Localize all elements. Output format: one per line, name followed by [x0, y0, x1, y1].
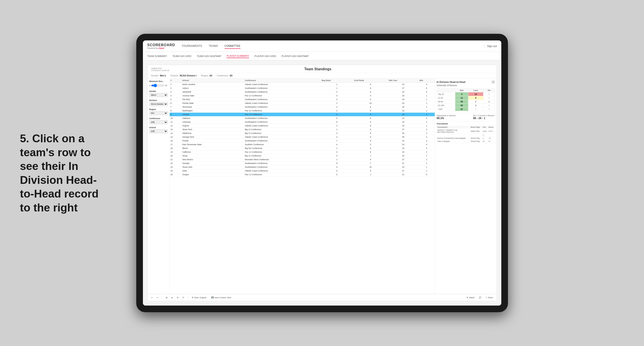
- table-row[interactable]: 10 Alabama Southeastern Conference 5 8 2…: [170, 116, 435, 120]
- sub-nav-team-h2h-heatmap[interactable]: TEAM H2H HEATMAP: [197, 54, 221, 58]
- zoom-button[interactable]: ⊕: [170, 296, 174, 299]
- annotation-text: 5. Click on a team's row to see their In…: [20, 132, 108, 214]
- clock-button[interactable]: ⏱: [181, 296, 186, 299]
- h2h-close-button[interactable]: ✕: [491, 80, 495, 84]
- cell-num: 13: [170, 128, 182, 132]
- conference-select[interactable]: (All): [149, 120, 168, 124]
- table-row[interactable]: 4 Arizona State Pac-12 Conference 4 9 26…: [170, 94, 435, 98]
- redo-button[interactable]: ↪: [155, 296, 160, 299]
- filters-row: Gender: Men's Division: NCAA Division I …: [148, 73, 497, 78]
- cell-num: 12: [170, 124, 182, 128]
- opponents-label: Opponents in division:: [437, 114, 456, 117]
- region-select[interactable]: N/A All: [149, 111, 168, 115]
- crop-button[interactable]: ⊞: [164, 296, 169, 299]
- table-row[interactable]: 9 Arizona Pac-12 Conference 5 8 24 1: [170, 113, 435, 116]
- col-conference: Conference: [244, 78, 321, 83]
- cell-conference: Southeastern Conference: [244, 116, 321, 120]
- conference-label: Conference:: [216, 74, 228, 77]
- table-row[interactable]: 11 Arkansas Southeastern Conference 6 8 …: [170, 120, 435, 124]
- col-num: #: [170, 78, 182, 83]
- table-row[interactable]: 5 Ole Miss Southeastern Conference 3 6 1…: [170, 98, 435, 101]
- table-row[interactable]: 6 Florida State Atlantic Coast Conferenc…: [170, 101, 435, 105]
- table-row[interactable]: 13 Texas Tech Big 12 Conference 1 9 27 2: [170, 128, 435, 132]
- cell-conference: Atlantic Coast Conference: [244, 124, 321, 128]
- cell-reg-rank: 1: [320, 86, 353, 90]
- cell-win: 5: [418, 90, 434, 94]
- table-row[interactable]: 19 California Pac-12 Conference 4 8 24 2: [170, 150, 435, 154]
- table-row[interactable]: 8 Washington Pac-12 Conference 2 8 23 1: [170, 109, 435, 113]
- school-select[interactable]: (All): [149, 129, 168, 133]
- table-row[interactable]: 7 Tennessee Southeastern Conference 4 6 …: [170, 105, 435, 109]
- cell-win: 6: [418, 86, 434, 90]
- table-row[interactable]: 18 Illinois Big Ten Conference 1 9 23 3: [170, 147, 435, 150]
- cell-num: 24: [170, 169, 182, 173]
- tournament-row-1: Jackson T. Stephens CupMen's Match-Play …: [437, 129, 495, 134]
- cell-rds: 24: [388, 124, 418, 128]
- cell-conference: Pac-12 Conference: [244, 94, 321, 98]
- cell-rds: 26: [388, 132, 418, 135]
- cell-num: 20: [170, 154, 182, 158]
- table-row[interactable]: 12 Virginia Atlantic Coast Conference 3 …: [170, 124, 435, 128]
- table-row[interactable]: 3 Vanderbilt Southeastern Conference 2 8…: [170, 90, 435, 94]
- sign-out-btn[interactable]: Sign out: [484, 45, 497, 48]
- col-school: School: [182, 78, 244, 83]
- table-row[interactable]: 21 New Mexico Mountain West Conference 1…: [170, 158, 435, 162]
- sub-nav-team-h2h-grid[interactable]: TEAM H2H GRID: [172, 54, 191, 58]
- h2h-label-top10: Top 10: [437, 92, 455, 96]
- settings-button[interactable]: ⚙: [176, 296, 180, 299]
- min-rounds-slider[interactable]: [151, 83, 164, 88]
- share-button[interactable]: ⤴ Share: [484, 296, 494, 299]
- cell-conf-rank: 8: [353, 116, 388, 120]
- save-icon: 💾: [211, 297, 214, 299]
- h2h-grid-table: Win Loss Tie Top 10 3: [437, 88, 495, 111]
- cell-school: Vanderbilt: [182, 90, 244, 94]
- undo-button[interactable]: ↩: [150, 296, 154, 299]
- table-row[interactable]: 1 North Carolina Atlantic Coast Conferen…: [170, 83, 435, 86]
- sub-nav-player-summary[interactable]: PLAYER SUMMARY: [226, 54, 249, 58]
- comment-button[interactable]: 💬: [478, 296, 483, 299]
- nav-committee[interactable]: COMMITTEE: [224, 43, 240, 49]
- cell-rds: 24: [388, 113, 418, 116]
- table-row[interactable]: 2 Auburn Southeastern Conference 1 9 27 …: [170, 86, 435, 90]
- top-nav: SCOREBOARD Powered by clippd TOURNAMENTS…: [143, 40, 501, 52]
- cell-school: Florida State: [182, 101, 244, 105]
- h2h-tie-51100: 0: [484, 104, 495, 107]
- tournament-row-2: 1: [437, 134, 495, 137]
- tournament-score-3: -17: [488, 137, 495, 140]
- nav-tournaments[interactable]: TOURNAMENTS: [182, 43, 202, 49]
- cell-win: 1: [418, 162, 434, 165]
- cell-conference: Atlantic Coast Conference: [244, 169, 321, 173]
- cell-reg-rank: 5: [320, 169, 353, 173]
- cell-conf-rank: 8: [353, 113, 388, 116]
- cell-conf-rank: 9: [353, 158, 388, 162]
- sub-nav-player-h2h-heatmap[interactable]: PLAYER H2H HEATMAP: [282, 54, 308, 58]
- table-row[interactable]: 17 East Tennessee State Southern Confere…: [170, 143, 435, 147]
- nav-teams[interactable]: TEAMS: [209, 43, 218, 49]
- wlt-value: 86 - 26 - 1: [473, 117, 495, 120]
- table-row[interactable]: 22 Georgia Southeastern Conference 8 7 2…: [170, 162, 435, 165]
- division-select[interactable]: NCAA Division I NCAA Division II NAIA: [149, 102, 168, 106]
- save-custom-view-button[interactable]: 💾 Save Custom View: [210, 296, 232, 299]
- gender-select[interactable]: Men's Women's: [149, 93, 168, 97]
- table-row[interactable]: 15 Georgia Tech Atlantic Coast Conferenc…: [170, 135, 435, 139]
- table-row[interactable]: 16 Florida Southeastern Conference 7 9 2…: [170, 139, 435, 143]
- cell-conference: Mountain West Conference: [244, 158, 321, 162]
- sub-nav-team-summary[interactable]: TEAM SUMMARY: [147, 54, 167, 58]
- tournament-pos-1: Loss: [482, 129, 488, 134]
- cell-rds: 23: [388, 147, 418, 150]
- tournament-score-1: 2-3-0: [488, 129, 495, 134]
- gender-value: Men's: [160, 74, 166, 77]
- view-original-button[interactable]: 👁 View: Original: [190, 296, 208, 299]
- table-row[interactable]: 24 Duke Atlantic Coast Conference 5 9 27…: [170, 169, 435, 173]
- cell-reg-rank: 2: [320, 101, 353, 105]
- logo-title: SCOREBOARD: [147, 43, 175, 47]
- cell-school: Washington: [182, 109, 244, 113]
- cell-school: North Carolina: [182, 83, 244, 86]
- table-row[interactable]: 25 Oregon Pac-12 Conference 5 7 21 0: [170, 173, 435, 176]
- table-row[interactable]: 14 Oklahoma Big 12 Conference 3 8 26 2: [170, 132, 435, 135]
- h2h-team-name: University of Arizona: [437, 84, 495, 87]
- sub-nav-player-h2h-grid[interactable]: PLAYER H2H GRID: [254, 54, 276, 58]
- table-row[interactable]: 23 Texas A&M Southeastern Conference 9 1…: [170, 165, 435, 169]
- table-row[interactable]: 20 Texas Big 12 Conference 3 7 20 7: [170, 154, 435, 158]
- watch-button[interactable]: 👁 Watch: [465, 296, 476, 299]
